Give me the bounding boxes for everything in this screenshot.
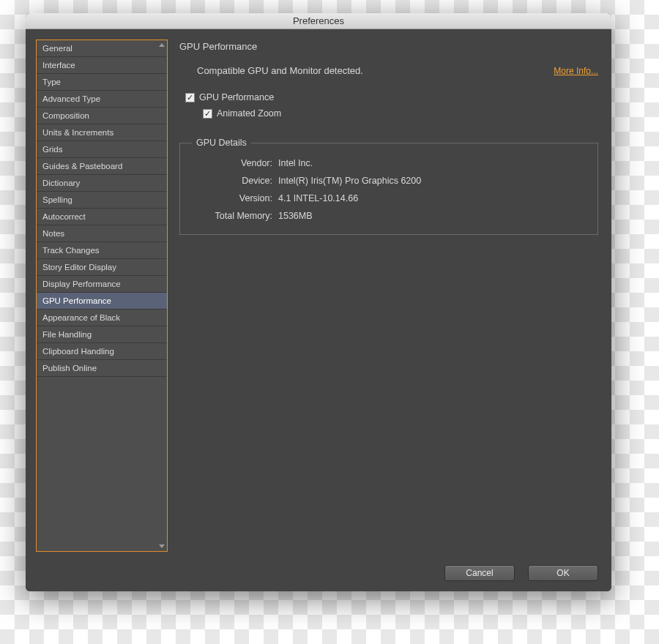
more-info-link[interactable]: More Info...: [554, 66, 598, 76]
sidebar-item[interactable]: File Handling: [37, 326, 167, 343]
sidebar-item[interactable]: GPU Performance: [37, 293, 167, 310]
sidebar-item[interactable]: Story Editor Display: [37, 259, 167, 276]
sidebar-item[interactable]: Autocorrect: [37, 209, 167, 225]
sidebar: GeneralInterfaceTypeAdvanced TypeComposi…: [36, 40, 168, 552]
window-title: Preferences: [293, 15, 344, 26]
gpu-status-text: Compatible GPU and Monitor detected.: [197, 65, 363, 76]
memory-value: 1536MB: [278, 211, 586, 221]
sidebar-list: GeneralInterfaceTypeAdvanced TypeComposi…: [37, 40, 167, 551]
main-row: GeneralInterfaceTypeAdvanced TypeComposi…: [36, 40, 598, 552]
sidebar-item[interactable]: Spelling: [37, 192, 167, 209]
status-row: Compatible GPU and Monitor detected. Mor…: [197, 65, 598, 76]
sidebar-item[interactable]: Interface: [37, 57, 167, 74]
checkbox-icon[interactable]: ✓: [185, 93, 195, 102]
animated-zoom-checkbox-label: Animated Zoom: [217, 108, 281, 119]
sidebar-item[interactable]: Guides & Pasteboard: [37, 158, 167, 175]
cancel-button[interactable]: Cancel: [444, 565, 515, 581]
checkbox-icon[interactable]: ✓: [203, 109, 212, 119]
version-label: Version:: [192, 193, 272, 203]
titlebar: Preferences: [26, 13, 611, 29]
sidebar-item[interactable]: Track Changes: [37, 242, 167, 259]
sidebar-item[interactable]: Type: [37, 74, 167, 91]
vendor-value: Intel Inc.: [278, 158, 586, 168]
sidebar-item[interactable]: Units & Increments: [37, 124, 167, 141]
device-label: Device:: [192, 176, 272, 186]
sidebar-item[interactable]: Clipboard Handling: [37, 343, 167, 360]
sidebar-item[interactable]: Advanced Type: [37, 91, 167, 108]
sidebar-item[interactable]: Dictionary: [37, 175, 167, 192]
version-value: 4.1 INTEL-10.14.66: [278, 193, 586, 203]
gpu-details-group: GPU Details Vendor: Intel Inc. Device: I…: [179, 138, 598, 235]
gpu-performance-checkbox-label: GPU Performance: [199, 92, 274, 102]
sidebar-item[interactable]: Composition: [37, 108, 167, 124]
gpu-details-grid: Vendor: Intel Inc. Device: Intel(R) Iris…: [192, 158, 586, 221]
window-body: GeneralInterfaceTypeAdvanced TypeComposi…: [26, 29, 611, 591]
preferences-window: Preferences GeneralInterfaceTypeAdvanced…: [26, 13, 611, 591]
memory-label: Total Memory:: [192, 211, 272, 221]
animated-zoom-checkbox-row[interactable]: ✓ Animated Zoom: [203, 108, 598, 119]
gpu-performance-checkbox-row[interactable]: ✓ GPU Performance: [185, 92, 598, 102]
ok-button[interactable]: OK: [528, 565, 598, 581]
scroll-down-icon[interactable]: [159, 544, 165, 548]
sidebar-item[interactable]: Grids: [37, 141, 167, 158]
button-row: Cancel OK: [36, 552, 598, 581]
scroll-up-icon[interactable]: [159, 43, 165, 47]
sidebar-item[interactable]: Publish Online: [37, 360, 167, 377]
sidebar-item[interactable]: General: [37, 40, 167, 57]
sidebar-item[interactable]: Notes: [37, 225, 167, 242]
gpu-details-legend: GPU Details: [192, 138, 251, 148]
panel-title: GPU Performance: [179, 41, 598, 52]
sidebar-item[interactable]: Display Performance: [37, 276, 167, 293]
sidebar-item[interactable]: Appearance of Black: [37, 310, 167, 326]
vendor-label: Vendor:: [192, 158, 272, 168]
device-value: Intel(R) Iris(TM) Pro Graphics 6200: [278, 176, 586, 186]
content-panel: GPU Performance Compatible GPU and Monit…: [179, 40, 598, 552]
